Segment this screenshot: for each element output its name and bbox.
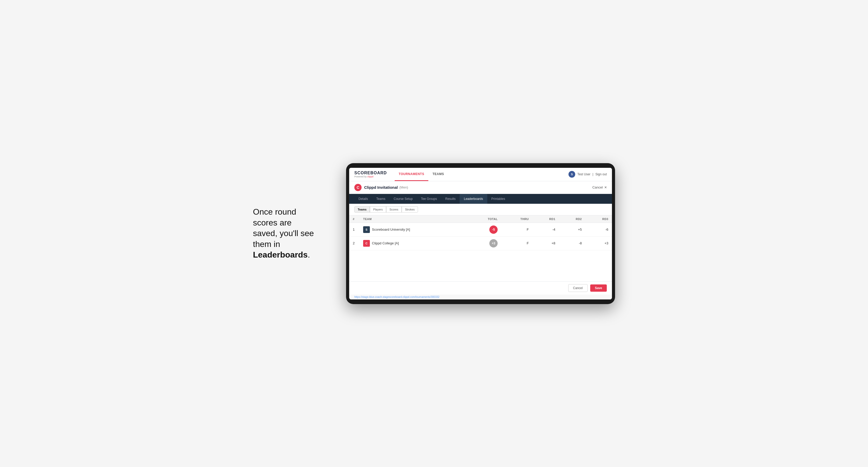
cell-thru: F [501,223,532,236]
subtab-strokes[interactable]: Strokes [402,206,418,213]
tab-tee-groups[interactable]: Tee Groups [417,194,441,204]
footer-save-button[interactable]: Save [590,284,607,292]
subtab-teams[interactable]: Teams [354,206,370,213]
tournament-title: Clippd Invitational [364,185,398,190]
status-url: https://stage-blue-coach.stagescoreboard… [354,295,439,299]
leaderboard-table: # TEAM TOTAL THRU RD1 RD2 RD3 1 S Scor [349,215,612,250]
col-team: TEAM [360,215,467,223]
cell-rd2: +5 [559,223,585,236]
tablet-screen: SCOREBOARD Powered by clippd TOURNAMENTS… [349,168,612,300]
nav-teams[interactable]: TEAMS [428,168,448,181]
nav-right: S Test User | Sign out [568,171,607,178]
cell-rd3: -6 [586,223,612,236]
cancel-label[interactable]: Cancel [592,185,602,189]
score-badge-0: -5 [489,225,498,234]
logo-area: SCOREBOARD Powered by clippd [354,171,387,178]
score-badge-1: +3 [489,239,498,247]
cell-rank: 1 [349,223,360,236]
col-rank: # [349,215,360,223]
tablet-frame: SCOREBOARD Powered by clippd TOURNAMENTS… [346,163,615,304]
team-logo-0: S [363,226,370,233]
col-rd3: RD3 [586,215,612,223]
cell-rd2: -8 [559,236,585,250]
nav-tournaments[interactable]: TOURNAMENTS [395,168,429,181]
tab-course-setup[interactable]: Course Setup [390,194,417,204]
logo-sub: Powered by clippd [354,175,387,178]
tab-printables[interactable]: Printables [487,194,509,204]
cell-total: -5 [467,223,501,236]
cell-total: +3 [467,236,501,250]
logo-brand: clippd [367,175,373,178]
nav-separator: | [593,173,593,176]
col-thru: THRU [501,215,532,223]
tab-leaderboards[interactable]: Leaderboards [460,194,487,204]
sign-out-link[interactable]: Sign out [595,173,607,176]
team-logo-1: C [363,240,370,247]
subtab-scores[interactable]: Scores [386,206,402,213]
col-rd2: RD2 [559,215,585,223]
sub-tabs: Teams Players Scores Strokes [349,204,612,215]
team-name: Clippd College [A] [372,241,399,245]
subtab-players[interactable]: Players [370,206,386,213]
cell-rank: 2 [349,236,360,250]
tournament-subtitle: (Men) [399,185,408,189]
tab-details[interactable]: Details [354,194,372,204]
table-row: 2 C Clippd College [A] +3 F +8 -8 +3 [349,236,612,250]
user-avatar: S [568,171,575,178]
leaderboard-section: # TEAM TOTAL THRU RD1 RD2 RD3 1 S Scor [349,215,612,250]
col-total: TOTAL [467,215,501,223]
tabs-bar: Details Teams Course Setup Tee Groups Re… [349,194,612,204]
table-row: 1 S Scoreboard University [A] -5 F -4 +5… [349,223,612,236]
tournament-logo: C [354,184,362,191]
logo-text: SCOREBOARD [354,171,387,175]
cell-rd3: +3 [586,236,612,250]
top-nav: SCOREBOARD Powered by clippd TOURNAMENTS… [349,168,612,181]
status-bar: https://stage-blue-coach.stagescoreboard… [349,294,612,300]
cell-rd1: -4 [532,223,559,236]
col-rd1: RD1 [532,215,559,223]
tab-results[interactable]: Results [441,194,460,204]
cell-team: C Clippd College [A] [360,236,467,250]
user-name: Test User [577,173,590,176]
cell-rd1: +8 [532,236,559,250]
tournament-header: C Clippd Invitational (Men) Cancel × [349,181,612,194]
close-icon[interactable]: × [604,185,607,190]
left-description: Once round scores are saved, you'll see … [253,207,331,260]
nav-links: TOURNAMENTS TEAMS [395,168,448,181]
tab-teams[interactable]: Teams [372,194,390,204]
footer-bar: Cancel Save [349,281,612,294]
team-name: Scoreboard University [A] [372,227,410,231]
table-spacer [349,250,612,281]
cell-team: S Scoreboard University [A] [360,223,467,236]
cell-thru: F [501,236,532,250]
footer-cancel-button[interactable]: Cancel [568,284,588,292]
